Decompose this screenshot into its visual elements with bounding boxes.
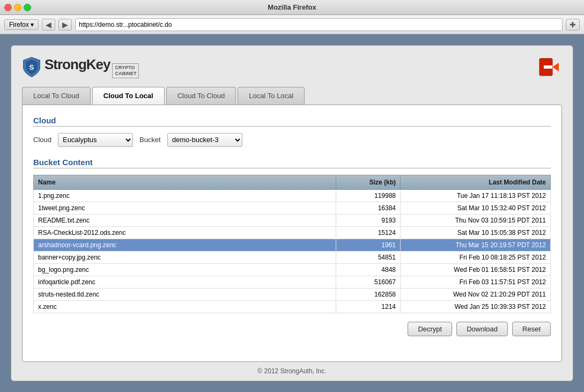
logo-sub: CRYPTO CABINET: [112, 63, 139, 78]
table-row[interactable]: banner+copy.jpg.zenc54851Fri Feb 10 08:1…: [34, 251, 551, 263]
copyright: © 2012 StrongAuth, Inc.: [22, 367, 562, 375]
table-body: 1.png.zenc119988Tue Jan 17 11:18:13 PST …: [34, 189, 551, 313]
tab-cloud-to-cloud[interactable]: Cloud To Cloud: [166, 87, 236, 105]
logo: S StrongKey CRYPTO CABINET: [22, 56, 139, 78]
shield-icon: S: [22, 56, 41, 78]
bucket-field-label: Bucket: [139, 136, 161, 144]
table-row[interactable]: README.txt.zenc9193Thu Nov 03 10:59:15 P…: [34, 214, 551, 226]
tab-cloud-to-local[interactable]: Cloud To Local: [92, 87, 165, 105]
cell-size: 9193: [336, 214, 401, 226]
cell-name: x.zenc: [34, 300, 336, 313]
cell-date: Thu Mar 15 20:19:57 PDT 2012: [401, 239, 551, 251]
bucket-select[interactable]: demo-bucket-3 demo-bucket-1 demo-bucket-…: [167, 133, 242, 147]
reset-button[interactable]: Reset: [512, 322, 551, 336]
col-header-size: Size (kb): [336, 175, 401, 189]
svg-text:S: S: [29, 63, 34, 71]
table-row[interactable]: bg_logo.png.zenc4848Wed Feb 01 16:58:51 …: [34, 263, 551, 276]
footer-buttons: Decrypt Download Reset: [33, 322, 551, 336]
browser-toolbar: Firefox ▾ ◀ ▶ ✚: [0, 15, 584, 34]
logout-icon[interactable]: [538, 56, 562, 78]
table-row[interactable]: struts-nested.tld.zenc162858Wed Nov 02 2…: [34, 288, 551, 300]
logo-sub-line1: CRYPTO: [115, 65, 136, 71]
cell-name: RSA-CheckList-2012.ods.zenc: [34, 226, 336, 239]
cell-name: banner+copy.jpg.zenc: [34, 251, 336, 263]
browser-titlebar: Mozilla Firefox: [0, 0, 584, 15]
table-row[interactable]: 1.png.zenc119988Tue Jan 17 11:18:13 PST …: [34, 189, 551, 202]
decrypt-button[interactable]: Decrypt: [408, 322, 452, 336]
browser-title: Mozilla Firefox: [268, 3, 316, 11]
forward-button[interactable]: ▶: [58, 19, 72, 31]
tab-content: Cloud Cloud Eucalyptus Amazon Azure Buck…: [22, 105, 562, 362]
cell-size: 4848: [336, 263, 401, 276]
logo-name: StrongKey: [45, 56, 110, 73]
app-panel: S StrongKey CRYPTO CABINET: [11, 45, 573, 381]
bucket-table: Name Size (kb) Last Modified Date 1.png.…: [33, 175, 551, 313]
address-bar[interactable]: [75, 18, 563, 31]
cell-name: README.txt.zenc: [34, 214, 336, 226]
cell-date: Wed Nov 02 21:20:29 PDT 2011: [401, 288, 551, 300]
content-area: S StrongKey CRYPTO CABINET: [0, 34, 584, 392]
cell-name: struts-nested.tld.zenc: [34, 288, 336, 300]
cell-size: 119988: [336, 189, 401, 202]
logo-area: S StrongKey CRYPTO CABINET: [22, 56, 562, 78]
close-button[interactable]: [4, 4, 12, 11]
cell-size: 16384: [336, 202, 401, 214]
cloud-select[interactable]: Eucalyptus Amazon Azure: [58, 133, 133, 147]
cloud-row: Cloud Eucalyptus Amazon Azure Bucket dem…: [33, 133, 551, 147]
cell-date: Fri Feb 03 11:57:51 PST 2012: [401, 276, 551, 288]
bucket-section: Bucket Content Name Size (kb) Last Modif…: [33, 158, 551, 313]
logo-sub-line2: CABINET: [115, 71, 136, 77]
cell-date: Wed Jan 25 10:39:33 PST 2012: [401, 300, 551, 313]
cell-name: 1.png.zenc: [34, 189, 336, 202]
cell-size: 1214: [336, 300, 401, 313]
cell-name: arshadnoor-vcard.png.zenc: [34, 239, 336, 251]
tab-local-to-cloud[interactable]: Local To Cloud: [22, 87, 91, 105]
bucket-section-title: Bucket Content: [33, 158, 551, 168]
cell-name: bg_logo.png.zenc: [34, 263, 336, 276]
cell-name: infoqarticle.pdf.zenc: [34, 276, 336, 288]
svg-marker-2: [552, 63, 559, 71]
col-header-date: Last Modified Date: [401, 175, 551, 189]
add-tab-button[interactable]: ✚: [566, 19, 580, 31]
cell-date: Sat Mar 10 15:05:38 PST 2012: [401, 226, 551, 239]
cloud-section-title: Cloud: [33, 116, 551, 127]
table-row[interactable]: infoqarticle.pdf.zenc516067Fri Feb 03 11…: [34, 276, 551, 288]
cell-size: 54851: [336, 251, 401, 263]
cell-date: Tue Jan 17 11:18:13 PST 2012: [401, 189, 551, 202]
svg-rect-3: [544, 65, 552, 69]
cell-date: Fri Feb 10 08:18:25 PST 2012: [401, 251, 551, 263]
cell-date: Sat Mar 10 15:32:40 PST 2012: [401, 202, 551, 214]
minimize-button[interactable]: [14, 4, 21, 11]
cell-date: Wed Feb 01 16:58:51 PST 2012: [401, 263, 551, 276]
cell-size: 1961: [336, 239, 401, 251]
col-header-name: Name: [34, 175, 336, 189]
download-button[interactable]: Download: [456, 322, 508, 336]
cell-date: Thu Nov 03 10:59:15 PDT 2011: [401, 214, 551, 226]
cell-size: 162858: [336, 288, 401, 300]
browser-menu[interactable]: Firefox ▾: [4, 19, 39, 30]
maximize-button[interactable]: [24, 4, 31, 11]
window-controls: [4, 4, 31, 11]
cell-name: 1tweet.png.zenc: [34, 202, 336, 214]
logo-brand: StrongKey CRYPTO CABINET: [45, 56, 139, 78]
cell-size: 15124: [336, 226, 401, 239]
table-row[interactable]: 1tweet.png.zenc16384Sat Mar 10 15:32:40 …: [34, 202, 551, 214]
tabs: Local To Cloud Cloud To Local Cloud To C…: [22, 87, 562, 105]
tab-local-to-local[interactable]: Local To Local: [238, 87, 305, 105]
cell-size: 516067: [336, 276, 401, 288]
table-row[interactable]: RSA-CheckList-2012.ods.zenc15124Sat Mar …: [34, 226, 551, 239]
table-row[interactable]: x.zenc1214Wed Jan 25 10:39:33 PST 2012: [34, 300, 551, 313]
table-row[interactable]: arshadnoor-vcard.png.zenc1961Thu Mar 15 …: [34, 239, 551, 251]
cloud-field-label: Cloud: [33, 136, 51, 144]
table-header: Name Size (kb) Last Modified Date: [34, 175, 551, 189]
back-button[interactable]: ◀: [42, 19, 55, 31]
